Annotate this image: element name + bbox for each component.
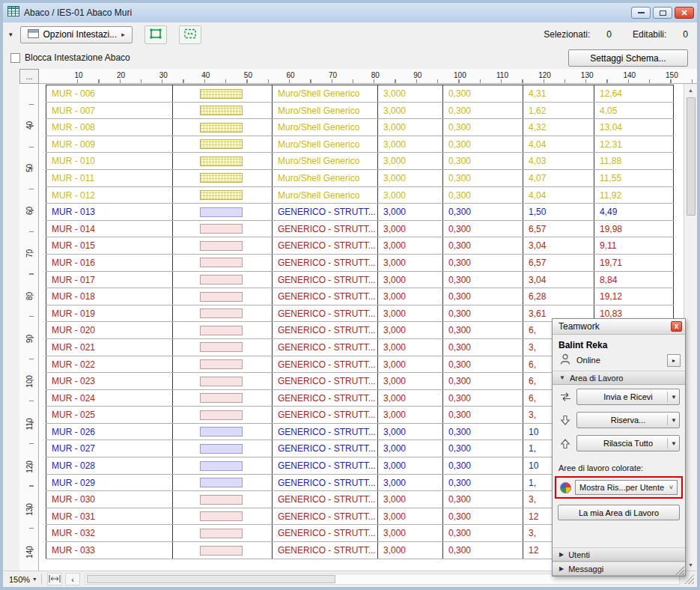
swatch-cell[interactable] (173, 119, 273, 136)
value-cell[interactable]: 0,300 (443, 103, 523, 119)
swatch-cell[interactable] (173, 204, 273, 220)
swatch-cell[interactable] (173, 407, 273, 423)
close-button[interactable]: ✕ (675, 7, 694, 19)
value-cell[interactable]: 4,07 (523, 170, 594, 186)
value-cell[interactable]: 3,000 (378, 272, 443, 288)
value-cell[interactable]: 3,000 (378, 85, 443, 102)
wall-type-cell[interactable]: Muro/Shell Generico (273, 103, 378, 119)
value-cell[interactable]: 6,57 (523, 221, 594, 237)
swatch-cell[interactable] (173, 255, 273, 271)
value-cell[interactable]: 4,04 (523, 136, 594, 153)
swatch-cell[interactable] (173, 542, 273, 559)
wall-name-cell[interactable]: MUR - 016 (46, 255, 173, 271)
wall-name-cell[interactable]: MUR - 019 (46, 305, 173, 322)
zoom-control[interactable]: 150% ▾ (9, 575, 36, 584)
lock-header-checkbox[interactable] (10, 53, 20, 63)
swatch-cell[interactable] (173, 491, 273, 508)
section-area-di-lavoro[interactable]: ▼ Area di Lavoro (553, 371, 685, 385)
wall-type-cell[interactable]: GENERICO - STRUTT... (273, 525, 378, 541)
marquee-selection-button[interactable] (179, 25, 201, 44)
swatch-cell[interactable] (173, 339, 273, 356)
table-row[interactable]: MUR - 013GENERICO - STRUTT...3,0000,3001… (46, 204, 674, 221)
value-cell[interactable]: 3,000 (378, 491, 443, 508)
value-cell[interactable]: 0,300 (443, 339, 523, 356)
table-row[interactable]: MUR - 012Muro/Shell Generico3,0000,3004,… (46, 187, 674, 204)
reserve-button[interactable]: Riserva... ▼ (576, 412, 680, 428)
swatch-cell[interactable] (173, 187, 273, 204)
value-cell[interactable]: 3,000 (378, 390, 443, 407)
value-cell[interactable]: 0,300 (443, 356, 523, 373)
value-cell[interactable]: 8,84 (594, 272, 674, 288)
swatch-cell[interactable] (173, 153, 273, 169)
maximize-button[interactable] (653, 7, 672, 19)
wall-type-cell[interactable]: GENERICO - STRUTT... (273, 305, 378, 322)
wall-name-cell[interactable]: MUR - 020 (46, 322, 173, 338)
wall-type-cell[interactable]: Muro/Shell Generico (273, 119, 378, 136)
value-cell[interactable]: 19,71 (594, 255, 674, 271)
wall-type-cell[interactable]: GENERICO - STRUTT... (273, 272, 378, 288)
status-expand-button[interactable]: ▸ (667, 354, 681, 367)
wall-name-cell[interactable]: MUR - 007 (46, 103, 173, 119)
ruler-corner-button[interactable]: ... (19, 69, 39, 84)
scroll-left-button[interactable]: ‹ (65, 573, 80, 586)
table-row[interactable]: MUR - 010Muro/Shell Generico3,0000,3004,… (46, 153, 674, 170)
minimize-button[interactable] (631, 7, 651, 19)
value-cell[interactable]: 0,300 (443, 255, 523, 271)
wall-type-cell[interactable]: Muro/Shell Generico (273, 187, 378, 204)
value-cell[interactable]: 0,300 (443, 322, 523, 338)
value-cell[interactable]: 0,300 (443, 170, 523, 186)
wall-type-cell[interactable]: Muro/Shell Generico (273, 170, 378, 186)
swatch-cell[interactable] (173, 322, 273, 338)
value-cell[interactable]: 3,000 (378, 237, 443, 254)
swatch-cell[interactable] (173, 424, 273, 440)
table-row[interactable]: MUR - 011Muro/Shell Generico3,0000,3004,… (46, 170, 674, 187)
wall-name-cell[interactable]: MUR - 023 (46, 373, 173, 389)
uniform-size-button[interactable] (144, 25, 167, 44)
value-cell[interactable]: 3,000 (378, 187, 443, 204)
value-cell[interactable]: 0,300 (443, 85, 523, 102)
value-cell[interactable]: 0,300 (443, 407, 523, 423)
value-cell[interactable]: 4,05 (594, 103, 674, 119)
value-cell[interactable]: 0,300 (443, 119, 523, 136)
wall-type-cell[interactable]: GENERICO - STRUTT... (273, 424, 378, 440)
value-cell[interactable]: 3,000 (378, 457, 443, 474)
value-cell[interactable]: 3,000 (378, 119, 443, 136)
value-cell[interactable]: 19,98 (594, 221, 674, 237)
wall-name-cell[interactable]: MUR - 008 (46, 119, 173, 136)
value-cell[interactable]: 0,300 (443, 475, 523, 491)
value-cell[interactable]: 1,50 (523, 204, 594, 220)
wall-type-cell[interactable]: Muro/Shell Generico (273, 153, 378, 169)
table-row[interactable]: MUR - 014GENERICO - STRUTT...3,0000,3006… (46, 221, 674, 238)
value-cell[interactable]: 3,04 (523, 272, 594, 288)
swatch-cell[interactable] (173, 390, 273, 407)
value-cell[interactable]: 3,000 (378, 255, 443, 271)
swatch-cell[interactable] (173, 272, 273, 288)
swatch-cell[interactable] (173, 136, 273, 153)
swatch-cell[interactable] (173, 85, 273, 102)
swatch-cell[interactable] (173, 356, 273, 373)
wall-type-cell[interactable]: GENERICO - STRUTT... (273, 373, 378, 389)
value-cell[interactable]: 1,62 (523, 103, 594, 119)
wall-name-cell[interactable]: MUR - 026 (46, 424, 173, 440)
swatch-cell[interactable] (173, 508, 273, 525)
horizontal-scrollbar-thumb[interactable] (87, 575, 335, 583)
value-cell[interactable]: 0,300 (443, 508, 523, 525)
wall-name-cell[interactable]: MUR - 010 (46, 153, 173, 169)
value-cell[interactable]: 12,31 (594, 136, 674, 153)
send-receive-button[interactable]: Invia e Ricevi ▼ (576, 389, 680, 405)
wall-type-cell[interactable]: GENERICO - STRUTT... (273, 322, 378, 338)
swatch-cell[interactable] (173, 237, 273, 254)
wall-name-cell[interactable]: MUR - 031 (46, 508, 173, 525)
wall-type-cell[interactable]: GENERICO - STRUTT... (273, 508, 378, 525)
palette-close-button[interactable]: x (671, 321, 682, 332)
wall-type-cell[interactable]: GENERICO - STRUTT... (273, 221, 378, 237)
wall-name-cell[interactable]: MUR - 024 (46, 390, 173, 407)
swatch-cell[interactable] (173, 170, 273, 186)
value-cell[interactable]: 4,49 (594, 204, 674, 220)
wall-name-cell[interactable]: MUR - 028 (46, 457, 173, 474)
wall-type-cell[interactable]: GENERICO - STRUTT... (273, 491, 378, 508)
table-row[interactable]: MUR - 006Muro/Shell Generico3,0000,3004,… (46, 85, 674, 103)
wall-type-cell[interactable]: GENERICO - STRUTT... (273, 339, 378, 356)
wall-type-cell[interactable]: GENERICO - STRUTT... (273, 288, 378, 305)
value-cell[interactable]: 3,000 (378, 153, 443, 169)
